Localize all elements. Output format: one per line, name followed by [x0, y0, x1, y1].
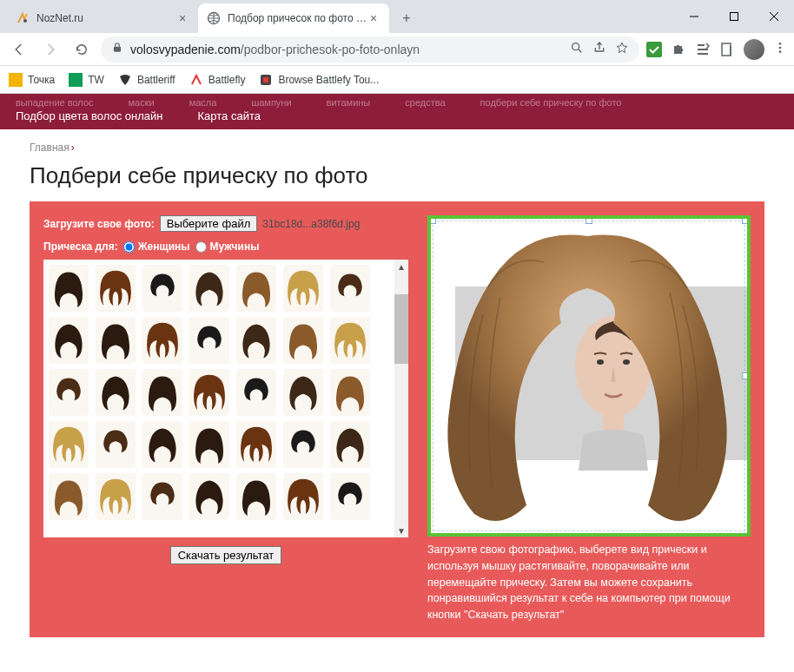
svg-rect-15 — [9, 73, 23, 87]
page-content: выпадение волос маски масла шампуни вита… — [0, 94, 794, 672]
nav-link[interactable]: маски — [129, 97, 155, 108]
svg-rect-3 — [731, 13, 738, 21]
hairstyle-thumb[interactable] — [49, 265, 89, 312]
hairstyle-thumb[interactable] — [189, 473, 229, 520]
hairstyle-thumb[interactable] — [283, 317, 323, 364]
profile-avatar[interactable] — [744, 39, 764, 60]
extension-list-icon[interactable] — [695, 42, 711, 57]
close-icon[interactable]: × — [367, 11, 380, 25]
extension-check-icon[interactable] — [646, 42, 662, 57]
hairstyle-thumb[interactable] — [283, 265, 323, 312]
resize-handle[interactable] — [742, 372, 749, 379]
window-controls — [674, 0, 794, 33]
controls-column: Загрузите свое фото: Выберите файл 31bc1… — [43, 215, 408, 623]
download-result-button[interactable]: Скачать результат — [170, 546, 282, 564]
nav-link[interactable]: Подбор цвета волос онлайн — [16, 109, 163, 122]
minimize-button[interactable] — [674, 0, 714, 33]
hairstyle-thumb[interactable] — [96, 421, 136, 468]
hairstyle-thumb[interactable] — [236, 473, 276, 520]
hairstyle-thumb[interactable] — [49, 369, 89, 416]
browser-tab-1[interactable]: NozNet.ru × — [7, 3, 198, 33]
hairstyle-thumb[interactable] — [330, 265, 370, 312]
bookmark-icon — [9, 73, 23, 87]
bookmark-item[interactable]: Browse Battlefy Tou... — [259, 73, 379, 87]
bookmark-label: Точка — [28, 74, 55, 86]
hairstyle-thumb[interactable] — [142, 317, 182, 364]
bookmark-item[interactable]: Battleriff — [118, 73, 175, 87]
hairstyle-thumb[interactable] — [142, 265, 182, 312]
close-icon[interactable]: × — [175, 11, 189, 25]
close-window-button[interactable] — [754, 0, 794, 33]
bookmark-icon — [118, 73, 132, 87]
nav-link[interactable]: витамины — [327, 97, 371, 108]
hairstyle-thumb[interactable] — [49, 421, 89, 468]
nav-link[interactable]: Карта сайта — [198, 109, 261, 122]
hairstyle-thumb[interactable] — [189, 265, 229, 312]
extension-note-icon[interactable] — [719, 42, 735, 57]
bookmark-item[interactable]: Battlefly — [189, 73, 246, 87]
preview-canvas[interactable] — [427, 215, 751, 537]
forward-button[interactable] — [38, 37, 63, 62]
nav-link[interactable]: выпадение волос — [16, 97, 94, 108]
reload-button[interactable] — [69, 37, 94, 62]
new-tab-button[interactable]: + — [394, 6, 419, 30]
upload-label: Загрузите свое фото: — [43, 218, 155, 230]
bookmark-item[interactable]: Точка — [9, 73, 55, 87]
hairstyle-thumb[interactable] — [283, 369, 323, 416]
bookmark-icon — [189, 73, 203, 87]
nav-link[interactable]: подбери себе прическу по фото — [480, 97, 622, 108]
hairstyle-thumb[interactable] — [49, 317, 89, 364]
nav-link[interactable]: шампуни — [251, 97, 291, 108]
hairstyle-thumb[interactable] — [283, 473, 323, 520]
gender-male-radio[interactable] — [195, 241, 207, 253]
hairstyle-thumb[interactable] — [236, 421, 276, 468]
extension-puzzle-icon[interactable] — [671, 42, 686, 57]
svg-line-8 — [579, 49, 581, 52]
hairstyle-thumb[interactable] — [283, 421, 323, 468]
choose-file-button[interactable]: Выберите файл — [160, 215, 257, 232]
star-icon[interactable] — [615, 41, 629, 57]
breadcrumb-home[interactable]: Главная — [30, 142, 69, 154]
menu-icon[interactable] — [773, 41, 787, 58]
hairstyle-thumb[interactable] — [189, 317, 229, 364]
hairstyle-thumb[interactable] — [189, 421, 229, 468]
hairstyle-gallery[interactable] — [43, 260, 408, 537]
hairstyle-thumb[interactable] — [96, 369, 136, 416]
hairstyle-thumb[interactable] — [330, 473, 370, 520]
bookmark-icon — [69, 73, 83, 87]
hairstyle-thumb[interactable] — [96, 317, 136, 364]
maximize-button[interactable] — [714, 0, 754, 33]
hairstyle-thumb[interactable] — [236, 369, 276, 416]
hairstyle-thumb[interactable] — [330, 421, 370, 468]
bookmark-item[interactable]: TW — [69, 73, 104, 87]
gender-female-radio[interactable] — [123, 241, 135, 253]
share-icon[interactable] — [592, 41, 606, 57]
hairstyle-thumb[interactable] — [189, 369, 229, 416]
hairstyle-thumb[interactable] — [236, 317, 276, 364]
resize-handle[interactable] — [742, 217, 749, 224]
nav-link[interactable]: средства — [405, 97, 445, 108]
hairstyle-thumb[interactable] — [96, 473, 136, 520]
hairstyle-thumb[interactable] — [142, 473, 182, 520]
hairstyle-thumb[interactable] — [330, 317, 370, 364]
resize-handle[interactable] — [429, 217, 436, 224]
address-bar[interactable]: volosvypadenie.com/podbor-prichesok-po-f… — [101, 36, 639, 63]
zoom-icon[interactable] — [570, 41, 584, 57]
nav-link[interactable]: масла — [189, 97, 217, 108]
hairstyle-thumb[interactable] — [49, 473, 89, 520]
hairstyle-thumb[interactable] — [142, 421, 182, 468]
gender-male-label: Мужчины — [210, 240, 260, 253]
hairstyle-thumb[interactable] — [142, 369, 182, 416]
back-button[interactable] — [7, 37, 31, 62]
hairstyle-thumb[interactable] — [236, 265, 276, 312]
scrollbar-thumb[interactable] — [394, 294, 408, 364]
scroll-up-icon[interactable]: ▲ — [394, 260, 408, 273]
selection-box[interactable] — [433, 221, 745, 531]
browser-tab-2[interactable]: Подбор причесок по фото онла × — [198, 3, 389, 33]
hairstyle-thumb[interactable] — [96, 265, 136, 312]
scroll-down-icon[interactable]: ▼ — [394, 524, 408, 537]
svg-point-13 — [779, 46, 782, 49]
resize-handle[interactable] — [586, 217, 592, 224]
svg-rect-9 — [646, 42, 662, 57]
hairstyle-thumb[interactable] — [330, 369, 370, 416]
